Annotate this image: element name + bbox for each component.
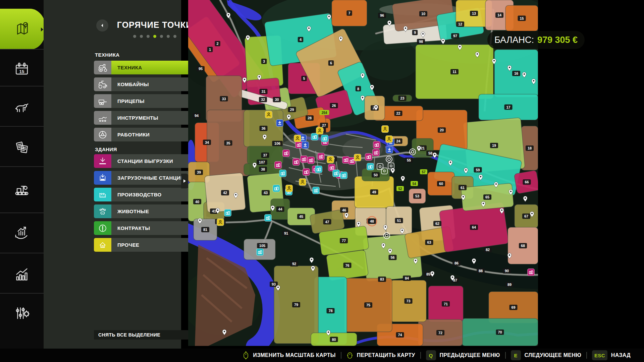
field-number-3: 3	[261, 59, 267, 64]
unload-station-marker[interactable]	[373, 141, 380, 148]
unload-station-marker[interactable]	[318, 153, 325, 160]
misc-marker[interactable]	[327, 156, 334, 163]
sidebar-item-documents[interactable]	[0, 128, 44, 168]
svg-text:13: 13	[472, 11, 476, 15]
unload-station-marker[interactable]	[528, 269, 535, 276]
misc-marker[interactable]	[217, 219, 224, 226]
svg-text:254: 254	[322, 111, 327, 115]
svg-text:85: 85	[426, 272, 430, 276]
svg-text:78: 78	[328, 309, 332, 313]
unload-station-marker[interactable]	[308, 157, 315, 164]
svg-text:53: 53	[415, 194, 419, 198]
field-number-45: 45	[297, 214, 305, 219]
page-dot-2[interactable]	[140, 35, 143, 38]
unload-station-marker[interactable]	[301, 156, 308, 163]
page-dot-1[interactable]	[133, 35, 136, 38]
misc-marker[interactable]	[294, 135, 301, 142]
field-number-81: 81	[201, 227, 209, 232]
production-marker[interactable]	[224, 209, 231, 217]
page-dot-7[interactable]	[173, 35, 176, 38]
production-marker[interactable]	[279, 170, 286, 177]
production-marker[interactable]	[333, 170, 340, 177]
sidebar-item-statistics[interactable]	[0, 255, 44, 295]
misc-marker[interactable]	[382, 126, 389, 133]
unload-station-marker[interactable]	[293, 159, 300, 166]
sidebar-item-finances[interactable]	[0, 215, 44, 255]
svg-text:27: 27	[322, 123, 326, 127]
misc-marker[interactable]	[386, 136, 393, 143]
filter-icon-tile	[94, 238, 111, 252]
production-marker[interactable]	[257, 249, 264, 256]
page-dots[interactable]	[109, 35, 200, 38]
svg-text:77: 77	[342, 239, 346, 243]
svg-text:21: 21	[421, 146, 425, 150]
field-number-34: 34	[203, 140, 211, 145]
page-dot-5[interactable]	[160, 35, 163, 38]
field-number-48: 48	[368, 219, 376, 224]
key-badge: Q	[426, 350, 436, 360]
svg-text:50: 50	[374, 173, 378, 177]
field-number-50: 50	[372, 172, 380, 178]
production-marker[interactable]	[315, 166, 322, 173]
filter-item-label: ЖИВОТНЫЕ	[117, 208, 149, 214]
field-number-92: 92	[290, 261, 298, 266]
hint-key-q: QПРЕДЫДУЩЕЕ МЕНЮ	[426, 350, 500, 360]
unload-station-marker[interactable]	[275, 162, 282, 169]
road-sign-254: 254	[320, 110, 329, 115]
production-marker[interactable]	[313, 187, 320, 194]
prev-page-button[interactable]	[96, 19, 108, 32]
field-number-72: 72	[436, 330, 444, 336]
misc-marker[interactable]	[354, 154, 361, 161]
field-number-32: 32	[259, 97, 267, 102]
production-marker[interactable]	[265, 215, 272, 222]
waypoint-marker[interactable]	[384, 233, 390, 239]
misc-marker[interactable]	[316, 127, 323, 134]
field-number-79: 79	[292, 302, 300, 307]
sidebar-item-production[interactable]	[0, 168, 44, 215]
field-number-24: 24	[394, 138, 402, 144]
page-dot-4[interactable]	[153, 35, 156, 38]
production-marker[interactable]	[273, 185, 280, 192]
loading-station-marker[interactable]	[386, 146, 393, 154]
sidebar-item-map[interactable]	[0, 9, 46, 50]
waypoint-marker[interactable]	[410, 149, 416, 155]
production-marker[interactable]	[321, 135, 328, 142]
tractor-icon	[98, 63, 108, 73]
misc-marker[interactable]	[265, 111, 272, 118]
svg-text:35: 35	[226, 141, 230, 145]
sidebar-item-calendar[interactable]: 15	[0, 51, 44, 88]
filter-item-label: СТАНЦИИ ВЫГРУЗКИ	[117, 158, 173, 164]
field-number-10: 10	[419, 11, 427, 16]
sidebar-item-settings[interactable]	[0, 295, 44, 332]
field-number-35: 35	[224, 140, 232, 146]
svg-text:82: 82	[486, 248, 490, 252]
loading-station-marker[interactable]	[276, 120, 283, 127]
field-number-22: 22	[394, 111, 402, 116]
svg-text:31: 31	[261, 89, 265, 94]
page-dot-6[interactable]	[167, 35, 170, 38]
sidebar-item-animals[interactable]	[0, 88, 44, 128]
waypoint-marker[interactable]	[386, 156, 392, 162]
svg-text:10: 10	[421, 12, 425, 16]
unload-station-marker[interactable]	[365, 154, 372, 161]
svg-text:3: 3	[263, 59, 265, 63]
panel-collapse-tab[interactable]	[181, 174, 188, 188]
map-viewport[interactable]: 1234567891011121314151617181920212223242…	[188, 0, 538, 346]
hotspots-map[interactable]: 1234567891011121314151617181920212223242…	[188, 0, 538, 346]
unload-station-marker[interactable]	[303, 169, 310, 176]
svg-text:23: 23	[400, 96, 404, 100]
production-icon	[98, 190, 108, 200]
field-number-86: 86	[452, 260, 461, 266]
misc-marker[interactable]	[286, 185, 293, 192]
field-number-1: 1	[207, 47, 213, 52]
production-marker[interactable]	[367, 163, 374, 170]
unload-station-marker[interactable]	[373, 149, 380, 156]
loading-station-marker[interactable]	[302, 142, 309, 149]
unload-station-marker[interactable]	[283, 150, 290, 157]
production-marker[interactable]	[340, 172, 347, 179]
svg-text:33: 33	[222, 97, 226, 101]
field-number-13: 13	[470, 11, 478, 16]
unload-station-marker[interactable]	[296, 141, 303, 148]
misc-marker[interactable]	[299, 179, 306, 186]
page-dot-3[interactable]	[147, 35, 150, 38]
